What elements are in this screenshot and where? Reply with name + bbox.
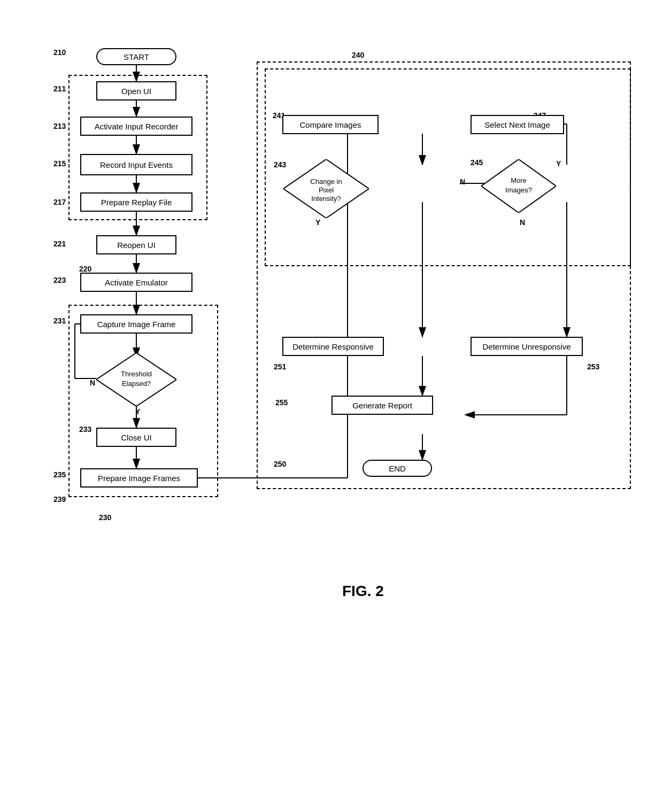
ref-211: 211 — [53, 84, 66, 93]
more-n-label: N — [520, 218, 525, 227]
determine-unresponsive-node: Determine Unresponsive — [471, 337, 583, 356]
determine-responsive-node: Determine Responsive — [282, 337, 384, 356]
ref-253: 253 — [587, 362, 599, 371]
ref-210: 210 — [53, 48, 66, 57]
dashed-region-210 — [68, 75, 207, 220]
more-images-diamond: More Images? — [481, 159, 556, 213]
ref-223: 223 — [53, 276, 66, 284]
ref-213: 213 — [53, 122, 66, 130]
ref-235: 235 — [53, 470, 66, 479]
generate-report-node: Generate Report — [332, 396, 433, 415]
ref-240: 240 — [352, 51, 364, 59]
pixel-change-diamond: Change in Pixel Intensity? — [283, 159, 369, 218]
pixel-n-label: N — [460, 177, 465, 186]
reopen-ui-node: Reopen UI — [96, 235, 176, 254]
svg-text:Intensity?: Intensity? — [311, 195, 341, 203]
ref-255: 255 — [275, 398, 288, 407]
figure-label: FIG. 2 — [342, 583, 384, 600]
activate-emulator-node: Activate Emulator — [80, 273, 192, 292]
more-y-label: Y — [556, 159, 561, 168]
flowchart-diagram: 210 START 211 Open UI 213 Activate Input… — [32, 21, 642, 786]
dashed-region-230 — [68, 305, 218, 497]
pixel-y-label: Y — [315, 218, 320, 227]
start-node: START — [96, 48, 176, 65]
svg-text:Images?: Images? — [505, 186, 532, 194]
ref-251: 251 — [274, 362, 286, 371]
ref-220: 220 — [79, 265, 91, 273]
ref-217: 217 — [53, 198, 66, 206]
svg-text:More: More — [511, 176, 527, 184]
ref-215: 215 — [53, 159, 66, 168]
ref-239: 239 — [53, 495, 66, 504]
ref-221: 221 — [53, 239, 66, 248]
ref-231: 231 — [53, 316, 66, 325]
select-next-node: Select Next Image — [471, 115, 564, 134]
compare-images-node: Compare Images — [282, 115, 379, 134]
svg-text:Pixel: Pixel — [319, 186, 334, 194]
ref-250: 250 — [274, 460, 286, 468]
ref-230: 230 — [99, 513, 111, 522]
end-node: END — [363, 460, 432, 477]
svg-text:Change in: Change in — [310, 177, 342, 185]
